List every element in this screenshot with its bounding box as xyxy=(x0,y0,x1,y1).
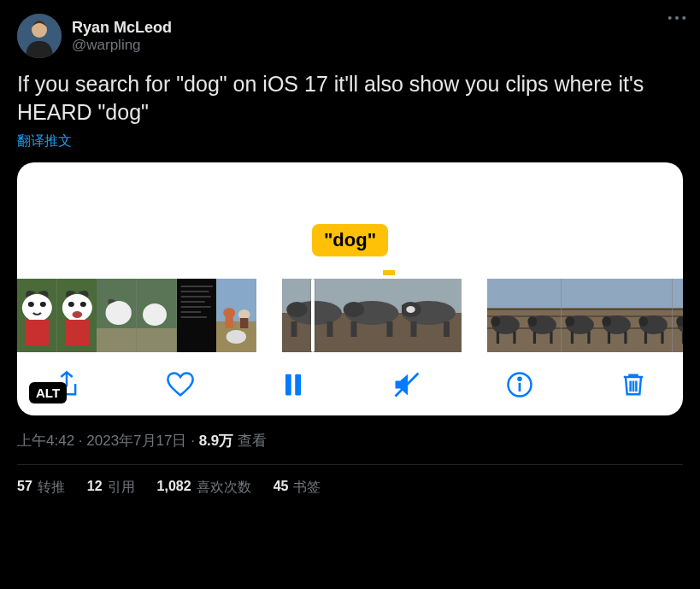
meta-time[interactable]: 上午4:42 xyxy=(17,433,74,449)
svg-point-71 xyxy=(528,316,538,327)
svg-rect-27 xyxy=(180,306,210,308)
svg-rect-26 xyxy=(180,301,204,303)
clip-frame xyxy=(598,279,635,352)
svg-rect-47 xyxy=(351,321,357,337)
more-options-button[interactable] xyxy=(668,9,686,24)
alt-badge[interactable]: ALT xyxy=(29,382,67,403)
svg-point-12 xyxy=(68,302,74,307)
svg-point-13 xyxy=(80,302,86,307)
svg-rect-55 xyxy=(444,321,450,337)
author-block[interactable]: Ryan McLeod @warpling xyxy=(72,19,172,54)
svg-point-62 xyxy=(491,316,500,327)
svg-rect-25 xyxy=(180,296,210,297)
svg-rect-24 xyxy=(180,291,209,292)
svg-rect-111 xyxy=(295,374,301,396)
clip-frame xyxy=(137,279,177,352)
clip-frame xyxy=(97,279,137,352)
svg-rect-15 xyxy=(65,320,89,345)
mute-button[interactable] xyxy=(391,369,422,400)
svg-point-53 xyxy=(406,306,415,313)
heart-button[interactable] xyxy=(165,369,196,400)
svg-rect-90 xyxy=(608,332,610,344)
meta-date[interactable]: 2023年7月17日 xyxy=(86,433,186,449)
caption-pill-row: "dog" xyxy=(17,224,683,256)
translate-link[interactable]: 翻译推文 xyxy=(17,133,72,150)
playhead[interactable] xyxy=(311,279,315,352)
svg-point-7 xyxy=(28,302,34,307)
svg-point-17 xyxy=(106,301,132,325)
svg-point-89 xyxy=(602,316,611,327)
media-card[interactable]: "dog" xyxy=(17,162,683,415)
svg-rect-72 xyxy=(533,332,536,344)
svg-point-40 xyxy=(286,302,308,317)
clip-frame xyxy=(635,279,672,352)
svg-point-20 xyxy=(143,303,167,326)
svg-point-46 xyxy=(344,302,365,317)
svg-rect-56 xyxy=(487,279,524,308)
clip-group xyxy=(282,279,462,352)
clip-group xyxy=(487,279,683,352)
svg-rect-41 xyxy=(291,321,297,337)
svg-point-2 xyxy=(682,16,685,20)
svg-point-1 xyxy=(675,16,679,20)
clip-frame xyxy=(524,279,561,352)
avatar[interactable] xyxy=(17,14,62,58)
svg-rect-29 xyxy=(180,316,206,318)
speech-match-marker xyxy=(383,270,395,275)
svg-rect-73 xyxy=(550,332,553,344)
svg-rect-101 xyxy=(673,279,683,308)
svg-rect-92 xyxy=(635,279,672,308)
clip-frame xyxy=(342,279,402,352)
svg-rect-35 xyxy=(240,318,248,328)
svg-rect-82 xyxy=(587,332,590,344)
display-name: Ryan McLeod xyxy=(72,19,172,37)
svg-rect-64 xyxy=(513,332,515,344)
trash-button[interactable] xyxy=(618,369,649,400)
svg-rect-81 xyxy=(570,332,573,344)
quotes-stat[interactable]: 12 引用 xyxy=(87,479,135,497)
svg-point-0 xyxy=(668,16,672,20)
svg-point-114 xyxy=(519,378,521,380)
meta-row: 上午4:42 · 2023年7月17日 · 8.9万 查看 xyxy=(17,431,683,465)
stats-row: 57 转推 12 引用 1,082 喜欢次数 45 书签 xyxy=(17,465,683,497)
svg-point-98 xyxy=(639,316,649,327)
svg-rect-99 xyxy=(644,332,647,344)
tweet-container: Ryan McLeod @warpling If you search for … xyxy=(0,0,700,510)
svg-point-14 xyxy=(72,311,82,318)
retweets-stat[interactable]: 57 转推 xyxy=(17,479,65,497)
svg-rect-23 xyxy=(180,286,212,287)
svg-rect-22 xyxy=(177,279,217,352)
svg-rect-21 xyxy=(137,328,177,352)
clip-frame xyxy=(17,279,57,352)
svg-rect-63 xyxy=(497,332,499,344)
svg-rect-110 xyxy=(285,374,291,396)
playhead-marker-row xyxy=(17,270,683,275)
handle: @warpling xyxy=(72,37,172,54)
clip-frame xyxy=(57,279,97,352)
svg-rect-48 xyxy=(387,321,393,337)
media-toolbar xyxy=(17,369,683,400)
tweet-header: Ryan McLeod @warpling xyxy=(17,14,683,58)
svg-rect-65 xyxy=(524,279,561,308)
svg-rect-18 xyxy=(97,328,137,352)
caption-pill: "dog" xyxy=(312,224,388,256)
svg-rect-83 xyxy=(598,279,635,308)
clip-frame xyxy=(177,279,217,352)
svg-rect-108 xyxy=(681,332,683,344)
video-scrubber[interactable] xyxy=(17,279,683,352)
svg-rect-42 xyxy=(327,321,333,337)
svg-rect-54 xyxy=(411,321,417,337)
pause-button[interactable] xyxy=(278,369,309,400)
svg-point-36 xyxy=(226,330,246,344)
likes-stat[interactable]: 1,082 喜欢次数 xyxy=(157,479,251,497)
clip-group xyxy=(17,279,256,352)
svg-point-80 xyxy=(565,316,574,327)
clip-frame xyxy=(673,279,683,352)
clip-frame xyxy=(216,279,256,352)
bookmarks-stat[interactable]: 45 书签 xyxy=(274,479,321,497)
svg-point-6 xyxy=(22,294,52,321)
svg-rect-9 xyxy=(25,320,49,345)
info-button[interactable] xyxy=(504,369,535,400)
svg-rect-33 xyxy=(226,316,233,328)
svg-rect-100 xyxy=(662,332,664,344)
